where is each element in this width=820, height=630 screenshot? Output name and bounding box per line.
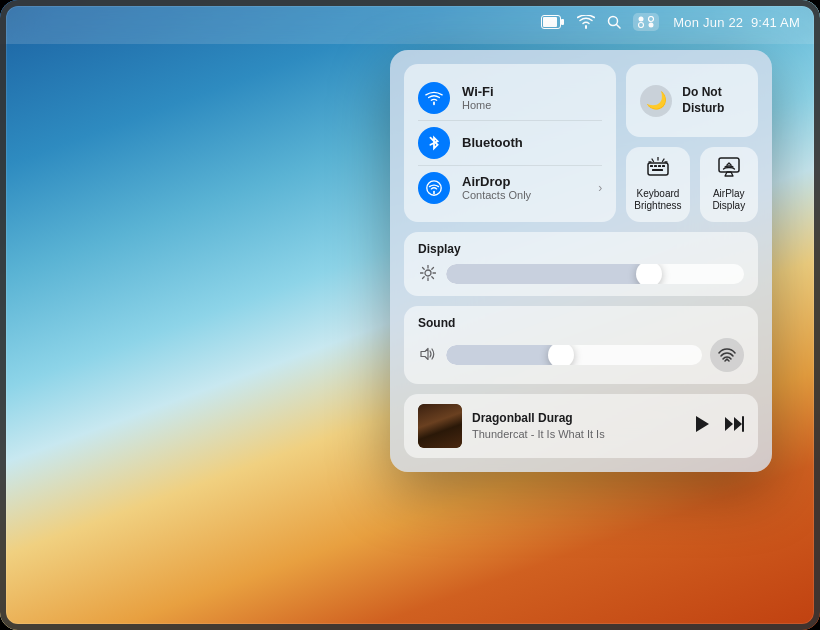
wifi-subtitle: Home <box>462 99 602 112</box>
playback-controls <box>694 415 744 438</box>
mac-screen: Mon Jun 22 9:41 AM <box>0 0 820 630</box>
svg-rect-14 <box>662 165 665 167</box>
svg-point-6 <box>649 17 654 22</box>
bottom-icons-row: Keyboard Brightness AirPl <box>626 147 758 222</box>
sound-section: Sound <box>404 306 758 384</box>
wifi-text: Wi-Fi Home <box>462 84 602 113</box>
svg-rect-12 <box>654 165 657 167</box>
dnd-label: Do NotDisturb <box>682 85 724 116</box>
volume-icon <box>418 347 438 364</box>
search-menu-icon[interactable] <box>607 15 621 29</box>
svg-rect-11 <box>650 165 653 167</box>
skip-forward-button[interactable] <box>724 416 744 437</box>
svg-line-27 <box>423 267 425 269</box>
dnd-icon: 🌙 <box>640 85 672 117</box>
connectivity-box: Wi-Fi Home Bluetooth <box>404 64 616 222</box>
bluetooth-title: Bluetooth <box>462 135 602 151</box>
svg-line-17 <box>652 159 654 162</box>
svg-point-7 <box>639 23 644 28</box>
dnd-box[interactable]: 🌙 Do NotDisturb <box>626 64 758 137</box>
album-art-image <box>418 404 462 448</box>
svg-line-28 <box>432 276 434 278</box>
svg-line-18 <box>662 159 664 162</box>
svg-marker-32 <box>725 417 733 431</box>
control-center-menu-icon[interactable] <box>633 13 659 31</box>
svg-rect-15 <box>652 169 663 171</box>
svg-point-8 <box>649 23 654 28</box>
menu-bar-status-icons <box>541 13 659 31</box>
sound-slider-fill <box>446 345 561 365</box>
display-slider-fill <box>446 264 649 284</box>
album-art <box>418 404 462 448</box>
svg-marker-31 <box>696 416 709 432</box>
display-slider-track[interactable] <box>446 264 744 284</box>
wifi-item[interactable]: Wi-Fi Home <box>418 76 602 121</box>
wifi-title: Wi-Fi <box>462 84 602 100</box>
bluetooth-item[interactable]: Bluetooth <box>418 121 602 166</box>
track-info: Dragonball Durag Thundercat - It Is What… <box>472 411 684 441</box>
bluetooth-text: Bluetooth <box>462 135 602 151</box>
airdrop-chevron-icon: › <box>598 181 602 195</box>
svg-rect-2 <box>561 19 564 25</box>
wifi-menu-icon <box>577 15 595 29</box>
now-playing-section: Dragonball Durag Thundercat - It Is What… <box>404 394 758 458</box>
airdrop-item[interactable]: AirDrop Contacts Only › <box>418 166 602 210</box>
display-slider-thumb <box>636 264 662 284</box>
airdrop-subtitle: Contacts Only <box>462 189 586 202</box>
play-button[interactable] <box>694 415 710 438</box>
svg-point-5 <box>639 17 644 22</box>
svg-line-29 <box>432 267 434 269</box>
sound-label: Sound <box>418 316 744 330</box>
menu-bar: Mon Jun 22 9:41 AM <box>0 0 820 44</box>
sound-slider-row <box>418 338 744 372</box>
airplay-display-label: AirPlay Display <box>708 188 750 212</box>
keyboard-brightness-box[interactable]: Keyboard Brightness <box>626 147 689 222</box>
svg-rect-13 <box>658 165 661 167</box>
display-label: Display <box>418 242 744 256</box>
right-column: 🌙 Do NotDisturb <box>626 64 758 222</box>
svg-rect-1 <box>543 17 557 27</box>
svg-marker-33 <box>734 417 742 431</box>
airdrop-text: AirDrop Contacts Only <box>462 174 586 203</box>
battery-icon <box>541 15 565 29</box>
sound-slider-track[interactable] <box>446 345 702 365</box>
keyboard-brightness-label: Keyboard Brightness <box>634 188 681 212</box>
top-row: Wi-Fi Home Bluetooth <box>404 64 758 222</box>
keyboard-brightness-icon <box>647 157 669 182</box>
wifi-icon-circle <box>418 82 450 114</box>
display-section: Display <box>404 232 758 296</box>
track-title: Dragonball Durag <box>472 411 684 427</box>
airdrop-icon-circle <box>418 172 450 204</box>
svg-rect-21 <box>719 158 739 172</box>
brightness-icon <box>418 265 438 284</box>
track-artist: Thundercat - It Is What It Is <box>472 427 684 441</box>
sound-slider-thumb <box>548 345 574 365</box>
svg-line-4 <box>617 25 621 29</box>
svg-line-30 <box>423 276 425 278</box>
airdrop-title: AirDrop <box>462 174 586 190</box>
control-center-panel: Wi-Fi Home Bluetooth <box>390 50 772 472</box>
bluetooth-icon-circle <box>418 127 450 159</box>
airplay-audio-button[interactable] <box>710 338 744 372</box>
menu-bar-datetime: Mon Jun 22 9:41 AM <box>673 15 800 30</box>
airplay-display-icon <box>718 157 740 182</box>
airplay-display-box[interactable]: AirPlay Display <box>700 147 758 222</box>
svg-point-22 <box>425 270 431 276</box>
display-slider-row <box>418 264 744 284</box>
